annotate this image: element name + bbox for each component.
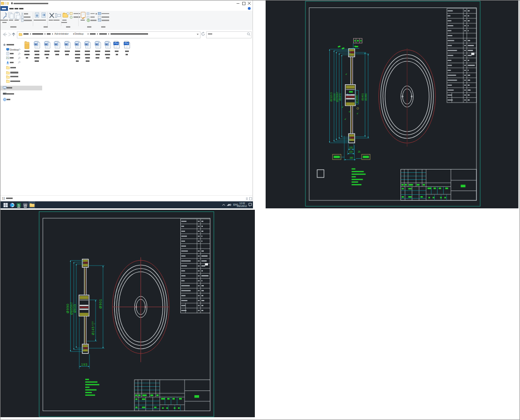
svg-text:Ø1090h7: Ø1090h7 [336, 92, 339, 102]
svg-text:220: 220 [349, 151, 353, 153]
svg-text:S: S [17, 203, 20, 207]
svg-text:26: 26 [358, 151, 361, 153]
svg-text:Ø1470: Ø1470 [339, 93, 342, 101]
svg-text:0: 0 [94, 323, 96, 324]
svg-text:Ø835: Ø835 [73, 304, 76, 313]
svg-text:Ø1460: Ø1460 [364, 93, 367, 101]
svg-text:Ø2115.5: Ø2115.5 [330, 92, 333, 102]
svg-text:Ø990: Ø990 [66, 303, 70, 313]
svg-text:100: 100 [349, 147, 353, 149]
svg-text:Ø901: Ø901 [98, 299, 103, 309]
svg-text:193: 193 [81, 362, 87, 366]
svg-text:Ø895h7: Ø895h7 [70, 302, 73, 314]
svg-text:Ø145: Ø145 [91, 326, 95, 335]
svg-text:385: 385 [349, 157, 353, 159]
svg-text:W: W [23, 203, 27, 207]
svg-text:Ø1401: Ø1401 [361, 93, 364, 101]
svg-text:Ø145H7: Ø145H7 [356, 95, 358, 103]
